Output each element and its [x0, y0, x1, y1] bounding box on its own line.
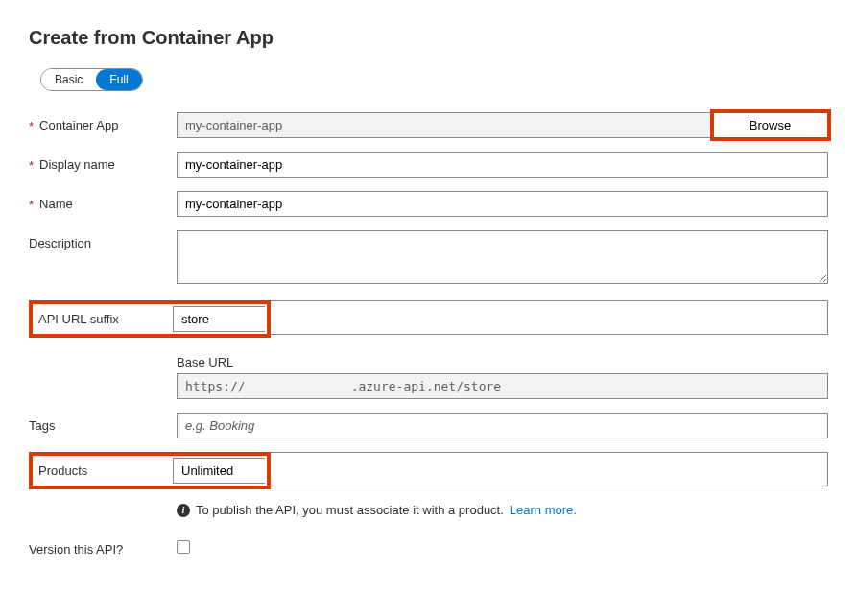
browse-button[interactable]: Browse	[713, 112, 828, 138]
name-input[interactable]	[177, 191, 828, 217]
description-input[interactable]	[177, 230, 828, 284]
version-api-checkbox[interactable]	[177, 540, 190, 554]
tags-input[interactable]	[177, 413, 828, 438]
api-url-suffix-group: API URL suffix	[29, 300, 271, 338]
label-tags: Tags	[29, 418, 55, 433]
label-products: Products	[35, 463, 173, 478]
container-app-input	[177, 112, 713, 138]
page-title: Create from Container App	[29, 27, 828, 49]
required-marker: *	[29, 157, 34, 172]
mode-toggle[interactable]: Basic Full	[40, 68, 143, 91]
label-version-this-api: Version this API?	[29, 542, 123, 557]
display-name-input[interactable]	[177, 152, 828, 178]
label-base-url: Base URL	[177, 355, 828, 369]
api-url-suffix-extend[interactable]	[271, 300, 828, 335]
info-icon: i	[177, 504, 190, 517]
mode-basic[interactable]: Basic	[41, 69, 96, 90]
label-api-url-suffix: API URL suffix	[35, 312, 173, 326]
label-container-app: Container App	[39, 118, 118, 132]
required-marker: *	[29, 118, 34, 132]
base-url-display: https://.azure-api.net/store	[177, 373, 828, 399]
info-text: To publish the API, you must associate i…	[196, 503, 504, 517]
products-input[interactable]	[173, 458, 265, 484]
mode-full[interactable]: Full	[96, 69, 141, 90]
learn-more-link[interactable]: Learn more.	[510, 503, 577, 517]
required-marker: *	[29, 197, 34, 211]
api-url-suffix-input[interactable]	[173, 306, 265, 332]
label-name: Name	[39, 197, 73, 211]
label-description: Description	[29, 236, 91, 250]
products-extend[interactable]	[271, 452, 828, 486]
label-display-name: Display name	[39, 157, 115, 172]
products-group: Products	[29, 452, 271, 489]
